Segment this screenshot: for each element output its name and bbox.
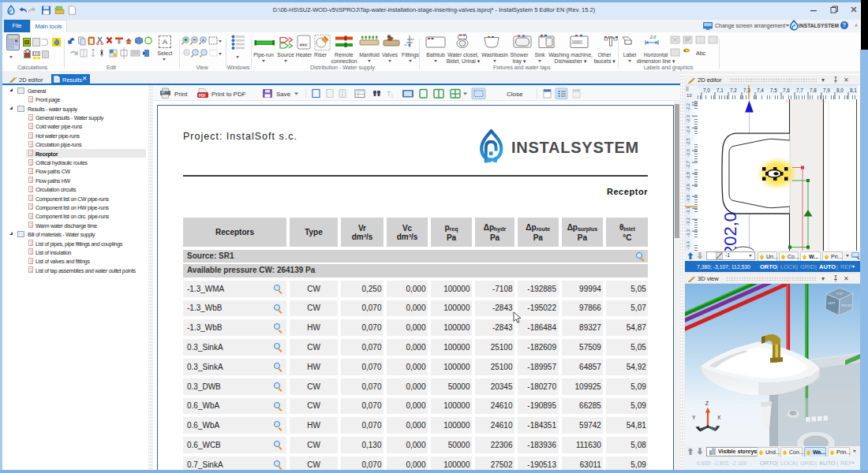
svg-text:A: A (202, 38, 205, 43)
svg-text:Z: Z (705, 400, 709, 406)
svg-text:I: I (391, 94, 393, 99)
svg-text:2.0: 2.0 (649, 35, 656, 39)
svg-text:202,0: 202,0 (720, 212, 740, 251)
svg-text:PDF: PDF (199, 94, 206, 98)
svg-text:Print: Print (174, 91, 188, 98)
svg-text:LEFT: LEFT (828, 301, 836, 305)
svg-text:Close: Close (507, 91, 523, 98)
svg-text:Save: Save (276, 91, 291, 98)
svg-text:Abc: Abc (696, 50, 706, 56)
svg-text:FRONT: FRONT (841, 304, 852, 307)
svg-text:TOP: TOP (836, 292, 843, 296)
svg-text:X: X (717, 415, 721, 420)
svg-text:Y: Y (692, 415, 696, 420)
svg-text:Print to PDF: Print to PDF (211, 91, 246, 98)
